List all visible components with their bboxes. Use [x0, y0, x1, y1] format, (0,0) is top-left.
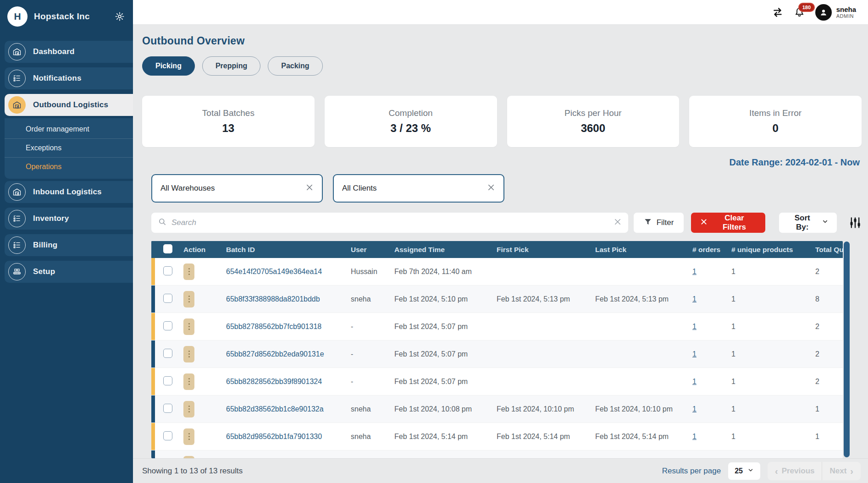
table-row: 65bb82d98562bb1fa7901330 sneha Feb 1st 2…: [151, 423, 843, 450]
row-checkbox[interactable]: [163, 349, 172, 358]
warehouse-icon: [8, 183, 26, 201]
assigned-time-cell: Feb 1st 2024, 5:10 pm: [390, 295, 493, 303]
stat-picks-per-hour: Picks per Hour 3600: [507, 96, 680, 147]
orders-count-link[interactable]: 1: [692, 323, 697, 330]
tab-picking[interactable]: Picking: [142, 56, 195, 76]
row-actions-button[interactable]: [183, 318, 194, 335]
row-status-stripe: [151, 285, 155, 313]
sidebar-subitem-exceptions[interactable]: Exceptions: [5, 138, 133, 157]
batch-id-link[interactable]: 65bb82d98562bb1fa7901330: [207, 433, 346, 441]
company-name: Hopstack Inc: [34, 11, 108, 22]
clear-warehouse-icon[interactable]: [305, 183, 314, 193]
row-status-stripe: [151, 450, 155, 458]
batch-id-link[interactable]: 65bb82d38562bb1c8e90132a: [207, 405, 346, 413]
search-input[interactable]: [171, 218, 609, 227]
notifications-bell-icon[interactable]: 180: [794, 6, 805, 18]
table-header-row: Action Batch ID User Assigned Time First…: [151, 241, 843, 258]
pagination-footer: Showing 1 to 13 of 13 results Results pe…: [133, 458, 868, 483]
select-all-checkbox[interactable]: [163, 244, 172, 253]
batch-id-link[interactable]: 654e14f20705a149e364ea14: [207, 268, 346, 276]
assigned-time-cell: Feb 1st 2024, 10:08 pm: [390, 405, 493, 413]
table-vertical-scrollbar[interactable]: [844, 242, 850, 457]
tab-prepping[interactable]: Prepping: [202, 56, 260, 76]
pager: ‹ Previous Next ›: [768, 462, 861, 480]
results-per-page-label: Results per page: [662, 467, 721, 476]
column-header-orders: # orders: [688, 246, 727, 254]
row-checkbox[interactable]: [163, 404, 172, 413]
clear-client-icon[interactable]: [487, 183, 495, 193]
column-header-last-pick: Last Pick: [592, 246, 688, 254]
tab-packing[interactable]: Packing: [268, 56, 322, 76]
warehouse-icon: [8, 43, 26, 60]
warehouse-select[interactable]: All Warehouses: [151, 174, 323, 203]
sidebar-nav: Dashboard Notifications Outbound Logisti…: [0, 38, 133, 285]
sidebar-item-inbound-logistics[interactable]: Inbound Logistics: [5, 181, 133, 203]
next-page-button[interactable]: Next ›: [822, 462, 861, 480]
sort-by-button[interactable]: Sort By:: [779, 213, 837, 233]
total-quantity-cell: 2: [812, 323, 843, 331]
orders-count-link[interactable]: 1: [692, 433, 697, 440]
sidebar-subitem-order-management[interactable]: Order management: [5, 120, 133, 138]
row-actions-button[interactable]: [183, 373, 194, 390]
table-row: 65b8f33f388988da8201bddb sneha Feb 1st 2…: [151, 285, 843, 313]
orders-count-link[interactable]: 1: [692, 405, 697, 413]
unique-products-cell: 1: [727, 378, 812, 386]
stat-value: 3 / 23 %: [391, 122, 431, 135]
previous-page-button[interactable]: ‹ Previous: [768, 462, 822, 480]
stat-value: 0: [772, 122, 778, 135]
orders-count-link[interactable]: 1: [692, 350, 697, 358]
filter-button[interactable]: Filter: [634, 213, 684, 233]
batch-id-link[interactable]: 65bb82828562bb39f8901324: [207, 378, 346, 386]
batch-id-link[interactable]: 65bb827d8562bb2eda90131e: [207, 350, 346, 358]
user-menu[interactable]: sneha ADMIN: [815, 4, 856, 21]
batches-table: Action Batch ID User Assigned Time First…: [151, 241, 850, 458]
row-checkbox[interactable]: [163, 321, 172, 330]
row-checkbox[interactable]: [163, 266, 172, 275]
filter-row: All Warehouses All Clients: [151, 174, 862, 203]
row-status-stripe: [151, 258, 155, 285]
sidebar-item-dashboard[interactable]: Dashboard: [5, 41, 133, 63]
process-tabs: Picking Prepping Packing: [142, 56, 862, 76]
column-header-unique-products: # unique products: [727, 246, 812, 254]
user-cell: Hussain: [346, 268, 390, 276]
total-quantity-cell: 8: [812, 295, 843, 303]
page-size-select[interactable]: 25: [728, 462, 760, 480]
row-actions-button[interactable]: [183, 401, 194, 417]
last-pick-cell: Feb 1st 2024, 10:10 pm: [592, 405, 688, 413]
stat-label: Items in Error: [749, 108, 802, 118]
client-select[interactable]: All Clients: [333, 174, 504, 203]
sidebar-item-inventory[interactable]: Inventory: [5, 208, 133, 230]
row-actions-button[interactable]: [183, 291, 194, 307]
row-checkbox[interactable]: [163, 431, 172, 440]
hopstack-logo: H: [7, 6, 28, 27]
column-header-assigned-time: Assigned Time: [390, 246, 493, 254]
sidebar-item-notifications[interactable]: Notifications: [5, 67, 133, 89]
checklist-icon: [8, 70, 26, 87]
batch-id-link[interactable]: 65b8f33f388988da8201bddb: [207, 295, 346, 303]
clear-search-icon[interactable]: [614, 218, 622, 228]
orders-count-link[interactable]: 1: [692, 295, 697, 303]
sidebar-item-outbound-logistics[interactable]: Outbound Logistics: [5, 94, 133, 116]
sidebar-subitem-operations[interactable]: Operations: [5, 157, 133, 176]
row-actions-button[interactable]: [183, 456, 194, 459]
batch-id-link[interactable]: 65bb82788562bb7fcb901318: [207, 323, 346, 331]
sidebar-item-setup[interactable]: Setup: [5, 261, 133, 283]
first-pick-cell: Feb 1st 2024, 10:10 pm: [493, 405, 592, 413]
row-checkbox[interactable]: [163, 294, 172, 303]
transfer-arrows-icon[interactable]: [772, 6, 784, 18]
row-actions-button[interactable]: [183, 346, 194, 362]
orders-count-link[interactable]: 1: [692, 378, 697, 385]
sidebar-item-billing[interactable]: Billing: [5, 234, 133, 256]
row-actions-button[interactable]: [183, 263, 194, 280]
clear-filters-button[interactable]: Clear Filters: [691, 213, 765, 233]
sidebar-gear-icon[interactable]: [115, 11, 125, 22]
orders-count-link[interactable]: 1: [692, 268, 697, 275]
user-cell: sneha: [346, 295, 390, 303]
logo-row: H Hopstack Inc: [0, 0, 133, 33]
chevron-down-icon: [747, 467, 754, 475]
stat-value: 3600: [581, 122, 605, 135]
column-settings-sliders-icon[interactable]: [849, 216, 862, 229]
table-row-partial: [151, 450, 843, 458]
row-checkbox[interactable]: [163, 376, 172, 385]
row-actions-button[interactable]: [183, 428, 194, 445]
